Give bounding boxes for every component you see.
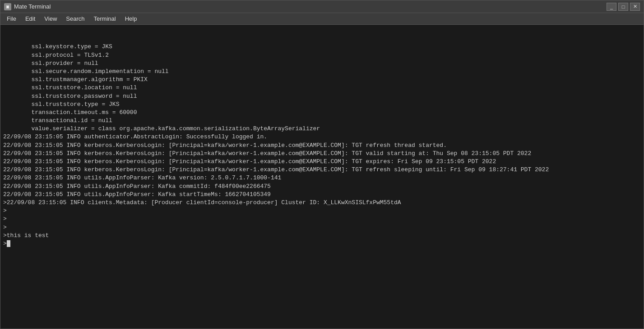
menu-help[interactable]: Help bbox=[120, 14, 142, 23]
terminal-line: ssl.truststore.type = JKS bbox=[3, 101, 641, 109]
terminal-line: 22/09/08 23:15:05 INFO kerberos.Kerberos… bbox=[3, 142, 641, 150]
menu-terminal[interactable]: Terminal bbox=[89, 14, 120, 23]
terminal-line: 22/09/08 23:15:05 INFO kerberos.Kerberos… bbox=[3, 166, 641, 174]
menu-view[interactable]: View bbox=[40, 14, 61, 23]
terminal-cursor bbox=[7, 240, 10, 247]
title-bar-left: ▣ Mate Terminal bbox=[4, 3, 51, 10]
terminal-line: > bbox=[3, 240, 641, 248]
terminal-line: 22/09/08 23:15:05 INFO utils.AppInfoPars… bbox=[3, 183, 641, 191]
terminal-line: value.serializer = class org.apache.kafk… bbox=[3, 125, 641, 133]
terminal-line: transactional.id = null bbox=[3, 117, 641, 125]
terminal-line: ssl.protocol = TLSv1.2 bbox=[3, 51, 641, 59]
terminal-line: ssl.keystore.type = JKS bbox=[3, 43, 641, 51]
window-title: Mate Terminal bbox=[14, 3, 51, 10]
terminal-line: 22/09/08 23:15:05 INFO authenticator.Abs… bbox=[3, 133, 641, 141]
terminal-window: ▣ Mate Terminal _ □ ✕ File Edit View Sea… bbox=[0, 0, 644, 329]
terminal-line: > bbox=[3, 215, 641, 223]
terminal-line: 22/09/08 23:15:05 INFO kerberos.Kerberos… bbox=[3, 150, 641, 158]
terminal-line: ssl.truststore.location = null bbox=[3, 84, 641, 92]
minimize-button[interactable]: _ bbox=[607, 3, 616, 11]
terminal-line: > bbox=[3, 207, 641, 215]
terminal-line: transaction.timeout.ms = 60000 bbox=[3, 109, 641, 117]
menu-file[interactable]: File bbox=[2, 14, 21, 23]
terminal-line: ssl.truststore.password = null bbox=[3, 92, 641, 101]
terminal-line: ssl.secure.random.implementation = null bbox=[3, 68, 641, 76]
terminal-line: >this is test bbox=[3, 232, 641, 240]
terminal-line: 22/09/08 23:15:05 INFO kerberos.Kerberos… bbox=[3, 158, 641, 166]
window-icon: ▣ bbox=[4, 3, 11, 10]
terminal-line: 22/09/08 23:15:05 INFO utils.AppInfoPars… bbox=[3, 191, 641, 199]
menu-edit[interactable]: Edit bbox=[21, 14, 40, 23]
close-button[interactable]: ✕ bbox=[630, 3, 640, 11]
menu-search[interactable]: Search bbox=[61, 14, 89, 23]
terminal-line: ssl.provider = null bbox=[3, 59, 641, 68]
title-bar: ▣ Mate Terminal _ □ ✕ bbox=[0, 0, 644, 13]
terminal-line: ssl.trustmanager.algorithm = PKIX bbox=[3, 76, 641, 84]
terminal-body[interactable]: ssl.keystore.type = JKS ssl.protocol = T… bbox=[0, 25, 644, 329]
terminal-line: >22/09/08 23:15:05 INFO clients.Metadata… bbox=[3, 199, 641, 207]
terminal-line: 22/09/08 23:15:05 INFO utils.AppInfoPars… bbox=[3, 174, 641, 182]
maximize-button[interactable]: □ bbox=[618, 3, 628, 11]
terminal-line: > bbox=[3, 224, 641, 232]
title-bar-controls: _ □ ✕ bbox=[607, 3, 640, 11]
menu-bar: File Edit View Search Terminal Help bbox=[0, 13, 644, 25]
